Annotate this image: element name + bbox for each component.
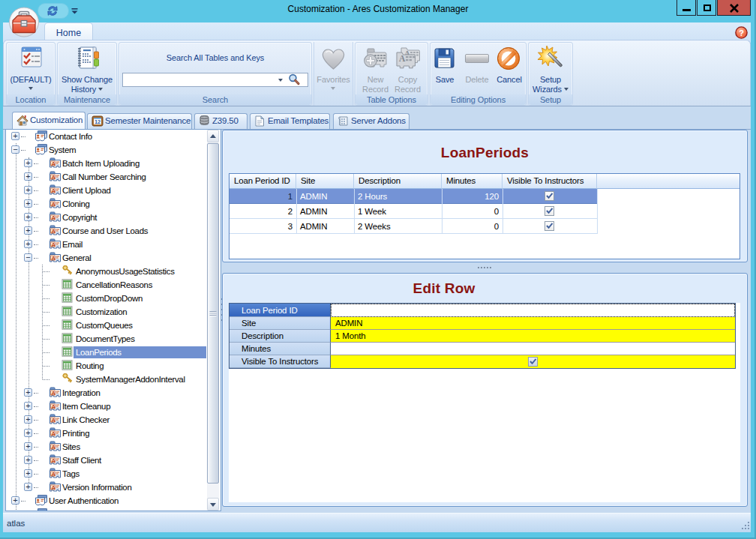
svg-text:A: A bbox=[51, 187, 56, 194]
svg-text:A: A bbox=[51, 174, 56, 181]
svg-text:A: A bbox=[51, 228, 56, 235]
svg-text:?: ? bbox=[739, 28, 744, 37]
svg-text:A: A bbox=[51, 430, 56, 437]
svg-text:A: A bbox=[51, 241, 56, 248]
svg-text:A: A bbox=[399, 54, 406, 63]
svg-text:A: A bbox=[51, 471, 56, 478]
svg-text:A: A bbox=[51, 403, 56, 410]
svg-text:A: A bbox=[51, 484, 56, 491]
svg-text:A: A bbox=[51, 417, 56, 424]
svg-text:A: A bbox=[51, 214, 56, 221]
svg-text:A: A bbox=[51, 255, 56, 262]
svg-text:A: A bbox=[51, 390, 56, 397]
svg-text:12: 12 bbox=[94, 118, 100, 125]
svg-text:A: A bbox=[51, 160, 56, 167]
svg-text:A: A bbox=[51, 444, 56, 451]
svg-text:A: A bbox=[51, 457, 56, 464]
svg-text:A: A bbox=[51, 201, 56, 208]
